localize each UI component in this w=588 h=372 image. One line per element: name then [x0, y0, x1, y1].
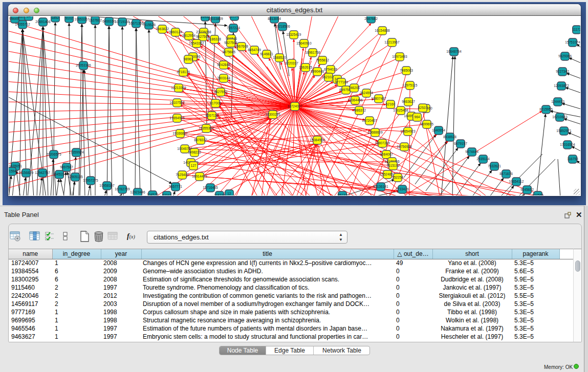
- svg-text:19756928: 19756928: [397, 145, 412, 148]
- svg-text:9327506: 9327506: [224, 41, 237, 45]
- svg-text:62160: 62160: [386, 102, 396, 106]
- svg-text:15892971: 15892971: [556, 129, 572, 133]
- svg-text:10653267: 10653267: [74, 17, 90, 21]
- svg-text:2935114: 2935114: [476, 157, 490, 161]
- svg-text:12213967: 12213967: [384, 40, 400, 44]
- svg-text:16543362: 16543362: [189, 41, 204, 45]
- svg-text:1362615: 1362615: [299, 65, 312, 69]
- svg-text:964: 964: [414, 115, 420, 119]
- svg-text:87041: 87041: [162, 193, 172, 195]
- svg-text:104523: 104523: [147, 193, 158, 195]
- svg-text:12: 12: [227, 192, 231, 195]
- svg-text:16961758: 16961758: [305, 51, 320, 54]
- svg-text:9146821: 9146821: [260, 52, 273, 56]
- svg-text:17654925: 17654925: [169, 116, 185, 120]
- svg-text:18807249: 18807249: [375, 141, 390, 145]
- svg-text:7625402: 7625402: [176, 173, 189, 177]
- svg-text:9860124: 9860124: [169, 30, 182, 34]
- svg-text:2967608: 2967608: [235, 45, 248, 48]
- svg-text:8938928: 8938928: [443, 135, 456, 139]
- svg-text:9474444: 9474444: [465, 150, 478, 154]
- svg-text:9329366: 9329366: [558, 54, 572, 58]
- svg-text:8215955: 8215955: [539, 107, 553, 111]
- svg-text:7357224: 7357224: [227, 26, 240, 30]
- svg-text:10807487: 10807487: [371, 97, 386, 100]
- svg-text:127: 127: [190, 164, 196, 167]
- svg-text:10025458: 10025458: [393, 108, 408, 112]
- svg-text:2087682: 2087682: [364, 17, 378, 20]
- svg-text:95132: 95132: [338, 193, 347, 195]
- svg-text:12213369: 12213369: [171, 86, 186, 90]
- svg-text:9242845: 9242845: [217, 63, 230, 67]
- svg-text:11156829: 11156829: [19, 171, 34, 174]
- svg-text:10654112: 10654112: [509, 180, 524, 183]
- svg-text:8454749: 8454749: [248, 48, 261, 52]
- svg-text:10719155: 10719155: [115, 20, 130, 24]
- svg-text:15720407: 15720407: [362, 119, 377, 122]
- svg-text:14055712: 14055712: [15, 23, 30, 26]
- svg-text:15716485: 15716485: [203, 186, 218, 189]
- svg-text:98961: 98961: [184, 57, 193, 61]
- svg-text:12923446: 12923446: [130, 190, 145, 194]
- svg-text:7955812: 7955812: [316, 58, 329, 62]
- svg-text:9227342: 9227342: [556, 70, 569, 73]
- svg-text:16648784: 16648784: [446, 50, 462, 53]
- svg-text:1852: 1852: [52, 16, 59, 19]
- svg-text:17957275: 17957275: [83, 179, 98, 182]
- svg-text:16033809: 16033809: [208, 17, 223, 20]
- svg-text:2718176: 2718176: [177, 70, 190, 74]
- svg-text:3624554: 3624554: [360, 91, 373, 95]
- svg-text:6794028: 6794028: [324, 68, 337, 71]
- svg-text:924565: 924565: [532, 193, 543, 195]
- svg-text:20364456: 20364456: [347, 98, 363, 102]
- svg-text:3498222: 3498222: [188, 150, 201, 154]
- svg-text:3915941: 3915941: [9, 169, 18, 173]
- svg-text:19166827: 19166827: [172, 132, 188, 135]
- svg-text:19654923: 19654923: [400, 129, 416, 133]
- svg-text:16671355: 16671355: [128, 21, 144, 25]
- svg-text:12975115: 12975115: [403, 83, 418, 87]
- svg-text:9897587: 9897587: [60, 165, 73, 169]
- svg-text:1244413: 1244413: [551, 100, 564, 103]
- svg-text:746206: 746206: [349, 86, 360, 90]
- svg-text:817006: 817006: [210, 101, 221, 105]
- svg-text:10688609: 10688609: [367, 130, 383, 134]
- svg-text:16782759: 16782759: [115, 187, 130, 191]
- svg-text:20053346: 20053346: [76, 63, 91, 67]
- svg-text:19218506: 19218506: [275, 25, 290, 28]
- svg-text:9102: 9102: [66, 16, 73, 20]
- svg-text:8427552: 8427552: [214, 90, 227, 94]
- svg-text:1527602: 1527602: [89, 18, 102, 22]
- svg-text:8186328: 8186328: [208, 37, 221, 41]
- svg-text:6479197: 6479197: [454, 142, 467, 145]
- svg-text:12942757: 12942757: [35, 171, 50, 174]
- svg-text:15136141: 15136141: [373, 185, 388, 188]
- svg-text:20691406: 20691406: [35, 20, 51, 24]
- svg-text:118234: 118234: [214, 193, 225, 195]
- svg-text:7986372: 7986372: [353, 108, 366, 112]
- svg-text:1733426: 1733426: [396, 187, 409, 191]
- svg-text:18724007: 18724007: [287, 104, 302, 108]
- svg-text:1615192: 1615192: [386, 164, 400, 167]
- svg-text:252254: 252254: [392, 176, 403, 179]
- svg-text:19384554: 19384554: [310, 138, 325, 142]
- svg-text:8990448: 8990448: [311, 70, 324, 73]
- svg-text:18300295: 18300295: [265, 113, 280, 116]
- svg-text:8912954: 8912954: [182, 34, 195, 37]
- svg-text:7632621: 7632621: [488, 164, 501, 168]
- svg-text:9777169: 9777169: [335, 80, 348, 84]
- svg-text:16210643: 16210643: [552, 115, 568, 119]
- svg-text:11355394: 11355394: [199, 126, 214, 130]
- svg-text:2803144: 2803144: [217, 76, 230, 80]
- svg-text:9084067: 9084067: [380, 152, 393, 156]
- svg-text:84: 84: [27, 16, 31, 18]
- svg-text:8878332: 8878332: [194, 138, 207, 142]
- svg-text:7663822: 7663822: [156, 27, 169, 31]
- svg-text:8220337: 8220337: [285, 61, 298, 65]
- svg-text:16107552: 16107552: [169, 101, 185, 104]
- svg-text:9463627: 9463627: [402, 100, 415, 103]
- svg-text:10958107: 10958107: [99, 184, 115, 187]
- svg-text:8813054: 8813054: [268, 17, 281, 20]
- svg-text:9699695: 9699695: [420, 122, 433, 126]
- svg-text:17359924: 17359924: [69, 150, 84, 154]
